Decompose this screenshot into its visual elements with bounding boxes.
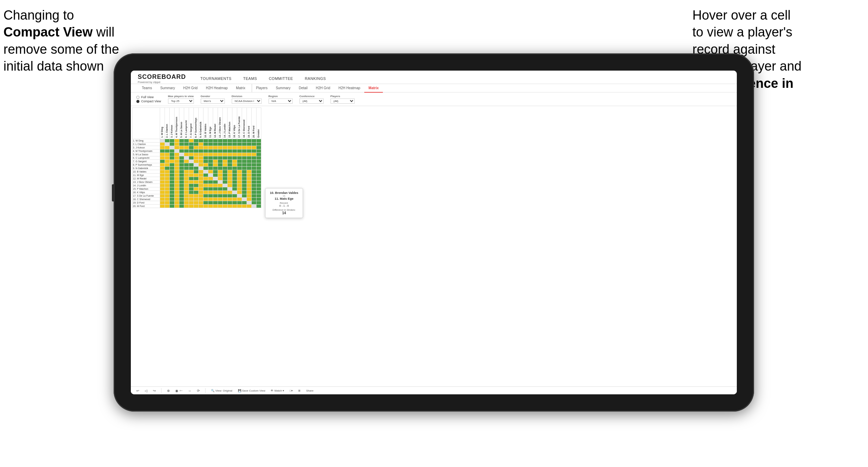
matrix-cell[interactable] bbox=[199, 139, 203, 143]
matrix-cell[interactable] bbox=[232, 205, 237, 208]
matrix-cell[interactable] bbox=[213, 156, 218, 160]
toolbar-refresh[interactable]: ⟳ bbox=[197, 389, 200, 393]
matrix-cell[interactable] bbox=[175, 191, 179, 194]
toolbar-view-original[interactable]: 🔍 View: Original bbox=[211, 389, 232, 392]
matrix-cell[interactable] bbox=[247, 170, 252, 174]
matrix-cell[interactable] bbox=[189, 160, 194, 163]
matrix-cell[interactable] bbox=[232, 194, 237, 198]
matrix-cell[interactable] bbox=[179, 205, 184, 208]
matrix-cell[interactable] bbox=[199, 143, 203, 146]
region-select[interactable]: N/A bbox=[269, 98, 293, 104]
matrix-cell[interactable] bbox=[237, 143, 242, 146]
matrix-cell[interactable] bbox=[165, 163, 170, 167]
matrix-cell[interactable] bbox=[252, 153, 257, 156]
matrix-cell[interactable] bbox=[194, 160, 199, 163]
matrix-cell[interactable] bbox=[242, 143, 247, 146]
matrix-cell[interactable] bbox=[237, 153, 242, 156]
matrix-cell[interactable] bbox=[160, 167, 165, 170]
matrix-cell[interactable] bbox=[228, 180, 232, 184]
subtab-matrix1[interactable]: Matrix bbox=[232, 84, 249, 93]
matrix-cell[interactable] bbox=[223, 170, 228, 174]
matrix-cell[interactable] bbox=[208, 194, 213, 198]
matrix-cell[interactable] bbox=[175, 139, 179, 143]
matrix-cell[interactable] bbox=[228, 194, 232, 198]
matrix-cell[interactable] bbox=[189, 167, 194, 170]
matrix-cell[interactable] bbox=[208, 149, 213, 153]
matrix-container[interactable]: 1. W Ding 2. L Clanton 3. J Koivun 4. M … bbox=[131, 106, 737, 386]
matrix-cell[interactable] bbox=[242, 198, 247, 201]
matrix-cell[interactable] bbox=[199, 156, 203, 160]
matrix-cell[interactable] bbox=[247, 146, 252, 149]
matrix-cell[interactable] bbox=[184, 194, 189, 198]
matrix-cell[interactable] bbox=[194, 143, 199, 146]
matrix-cell[interactable] bbox=[257, 184, 261, 187]
matrix-cell[interactable] bbox=[237, 174, 242, 177]
matrix-cell[interactable] bbox=[223, 201, 228, 205]
matrix-cell[interactable] bbox=[160, 180, 165, 184]
matrix-cell[interactable] bbox=[189, 174, 194, 177]
matrix-cell[interactable] bbox=[194, 156, 199, 160]
matrix-cell[interactable] bbox=[160, 201, 165, 205]
matrix-cell[interactable] bbox=[232, 177, 237, 180]
view-full-option[interactable]: Full View bbox=[136, 95, 161, 99]
matrix-cell[interactable] bbox=[218, 191, 223, 194]
matrix-cell[interactable] bbox=[223, 177, 228, 180]
matrix-cell[interactable] bbox=[203, 160, 208, 163]
matrix-cell[interactable] bbox=[232, 174, 237, 177]
matrix-cell[interactable] bbox=[218, 143, 223, 146]
matrix-cell[interactable] bbox=[252, 205, 257, 208]
matrix-cell[interactable] bbox=[232, 163, 237, 167]
matrix-cell[interactable] bbox=[213, 143, 218, 146]
matrix-cell[interactable] bbox=[203, 194, 208, 198]
matrix-cell[interactable] bbox=[165, 180, 170, 184]
matrix-cell[interactable] bbox=[160, 187, 165, 191]
matrix-cell[interactable] bbox=[160, 191, 165, 194]
matrix-cell[interactable] bbox=[242, 160, 247, 163]
matrix-cell[interactable] bbox=[257, 143, 261, 146]
players-select[interactable]: (All) bbox=[331, 98, 355, 104]
matrix-cell[interactable] bbox=[257, 174, 261, 177]
matrix-cell[interactable] bbox=[232, 184, 237, 187]
matrix-cell[interactable] bbox=[218, 146, 223, 149]
matrix-cell[interactable] bbox=[208, 163, 213, 167]
matrix-cell[interactable] bbox=[237, 160, 242, 163]
matrix-cell[interactable] bbox=[257, 194, 261, 198]
matrix-cell[interactable] bbox=[257, 139, 261, 143]
matrix-cell[interactable] bbox=[242, 187, 247, 191]
matrix-cell[interactable] bbox=[228, 163, 232, 167]
subtab-h2hgrid1[interactable]: H2H Grid bbox=[179, 84, 202, 93]
matrix-cell[interactable] bbox=[203, 174, 208, 177]
matrix-cell[interactable] bbox=[223, 167, 228, 170]
matrix-cell[interactable] bbox=[213, 180, 218, 184]
matrix-cell[interactable] bbox=[160, 205, 165, 208]
matrix-cell[interactable] bbox=[199, 184, 203, 187]
matrix-cell[interactable] bbox=[194, 167, 199, 170]
matrix-cell[interactable] bbox=[170, 170, 175, 174]
matrix-cell[interactable] bbox=[252, 198, 257, 201]
matrix-cell[interactable] bbox=[242, 146, 247, 149]
toolbar-redo[interactable]: ↪ bbox=[153, 389, 156, 393]
matrix-cell[interactable] bbox=[194, 163, 199, 167]
matrix-cell[interactable] bbox=[223, 184, 228, 187]
matrix-cell[interactable] bbox=[175, 143, 179, 146]
matrix-cell[interactable] bbox=[257, 177, 261, 180]
matrix-cell[interactable] bbox=[179, 170, 184, 174]
matrix-cell[interactable] bbox=[165, 146, 170, 149]
matrix-cell[interactable] bbox=[242, 180, 247, 184]
matrix-cell[interactable] bbox=[199, 194, 203, 198]
matrix-cell[interactable] bbox=[208, 143, 213, 146]
matrix-cell[interactable] bbox=[223, 194, 228, 198]
matrix-cell[interactable] bbox=[252, 177, 257, 180]
matrix-cell[interactable] bbox=[213, 191, 218, 194]
matrix-cell[interactable] bbox=[179, 201, 184, 205]
matrix-cell[interactable] bbox=[184, 187, 189, 191]
matrix-cell[interactable] bbox=[257, 198, 261, 201]
matrix-cell[interactable] bbox=[203, 187, 208, 191]
matrix-cell[interactable] bbox=[257, 167, 261, 170]
matrix-cell[interactable] bbox=[199, 163, 203, 167]
matrix-cell[interactable] bbox=[228, 174, 232, 177]
matrix-cell[interactable] bbox=[170, 160, 175, 163]
matrix-cell[interactable] bbox=[257, 170, 261, 174]
matrix-cell[interactable] bbox=[199, 146, 203, 149]
matrix-cell[interactable] bbox=[213, 167, 218, 170]
